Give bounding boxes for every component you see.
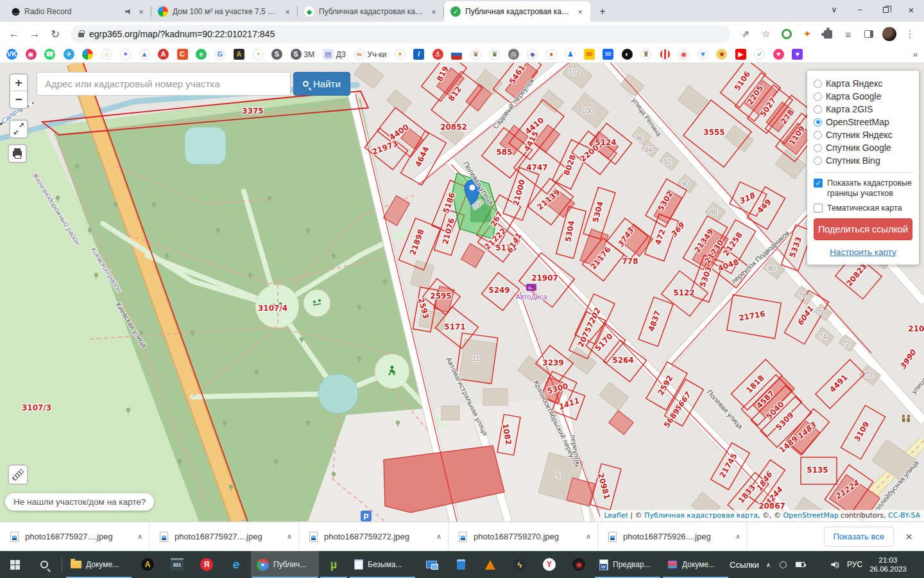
radio-icon[interactable] [814,105,822,114]
bookmark-google[interactable]: G [215,49,226,60]
bookmark-globe-3m[interactable]: S3M [291,49,315,60]
taskbar-chrome-button[interactable]: Публич... [251,551,319,578]
tray-battery-icon[interactable] [795,559,805,570]
browser-tab[interactable]: Дом 100 м² на участке 7,5 сот.× [151,1,298,22]
window-menu-chevron-icon[interactable]: ∨ [821,0,847,19]
extensions-puzzle-icon[interactable] [819,25,837,43]
new-tab-button[interactable]: + [594,3,611,20]
download-menu-chevron[interactable]: ∧ [287,532,292,541]
taskbar-calc-button[interactable] [446,551,475,578]
bookmark-photos-dz[interactable]: ▤ДЗ [323,49,346,60]
taskbar-winrar-button[interactable]: Докуме... [662,551,730,578]
zoom-in-button[interactable]: + [10,74,27,91]
language-indicator[interactable]: РУС [847,560,862,569]
bookmark-uchki[interactable]: ∞Уч-ки [354,49,387,60]
bookmark-red-bars[interactable] [660,49,671,60]
bookmark-tower[interactable]: ♜ [640,49,651,60]
fullscreen-button[interactable]: ↗ ↙ [9,119,28,139]
address-bar[interactable]: egrp365.org/map/?kadnum=90:22:010217:845 [71,25,730,43]
tab-close-icon[interactable]: × [575,6,585,17]
bookmark-shield-orange[interactable]: ♦ [546,49,557,60]
browser-tab[interactable]: ◡Radio Record× [5,1,151,22]
bookmark-emblem[interactable]: ✶ [395,49,406,60]
attribution-link[interactable]: OpenStreetMap [783,511,839,520]
checkbox-icon[interactable]: ✓ [814,179,823,188]
bookmark-flag-blue[interactable]: / [413,49,424,60]
taskbar-clock[interactable]: 21:03 26.06.2023 [869,556,907,574]
bookmark-box-purple[interactable]: ◈ [527,49,538,60]
tray-usb-icon[interactable] [778,559,788,570]
playlist-icon[interactable]: ≡ [839,25,857,43]
bookmarks-overflow-chevron[interactable]: » [913,49,918,59]
share-link-button[interactable]: Поделиться ссылкой [814,218,912,240]
bookmark-globe-s[interactable]: S [271,49,282,60]
taskbar-rdp-button[interactable] [416,551,446,578]
bookmark-dzen[interactable] [82,49,93,60]
checkbox-icon[interactable] [814,204,823,213]
print-button[interactable] [8,144,27,163]
extension-stamp-icon[interactable]: ✦ [798,25,816,43]
window-close-button[interactable]: × [898,0,924,19]
taskbar-mpc-button[interactable]: 321 [162,551,192,578]
tray-wifi-icon[interactable] [812,559,823,570]
forward-button[interactable]: → [26,25,44,43]
attribution-link[interactable]: Публичная кадастровая карта [644,511,758,520]
radio-icon[interactable] [814,80,822,88]
bookmark-check-green[interactable]: ✓ [754,49,765,60]
bookmark-navigator[interactable]: ▲ [139,49,150,60]
tab-close-icon[interactable]: × [429,6,439,17]
download-item[interactable]: photo168775926....jpeg ∧ [598,522,748,551]
download-item[interactable]: photo1687759270.jpeg ∧ [449,522,598,551]
layer-option-карта-2gis[interactable]: Карта 2GIS [814,103,912,116]
tray-volume-icon[interactable]: )) [830,559,840,570]
bookmark-globe-dark[interactable]: ◎ [508,49,519,60]
layer-option-спутник-bing[interactable]: Спутник Bing [814,154,912,167]
bookmark-coat-of-arms[interactable]: ♛ [470,49,481,60]
layer-option-спутник-google[interactable]: Спутник Google [814,141,912,154]
search-input[interactable] [37,72,291,96]
layer-option-карта-яндекс[interactable]: Карта Яндекс [814,77,912,90]
radio-icon[interactable] [814,144,822,152]
panel-checkbox-row[interactable]: ✓Показать кадастровые границы участков [814,178,912,199]
taskbar-yandex-red-button[interactable]: Я [192,551,221,578]
bookmark-map-pin-red[interactable]: ◉ [678,49,689,60]
bookmark-mail-ru[interactable]: ✉ [603,49,613,60]
map-canvas[interactable]: +-P 33753107/43107/381981254612085244002… [0,63,924,521]
bookmark-yandex-mail[interactable]: ✉ [584,49,595,60]
window-minimize-button[interactable]: – [847,0,873,19]
bookmark-evernote[interactable]: e [196,49,207,60]
configure-map-link[interactable]: Настроить карту [814,247,912,257]
search-button[interactable]: Найти [293,72,350,96]
bookmark-auto-ru[interactable]: A [158,49,169,60]
window-restore-button[interactable] [873,0,898,19]
taskbar-daemon-button[interactable]: ϟ [505,551,535,578]
radio-icon[interactable] [814,131,822,139]
download-menu-chevron[interactable]: ∧ [436,532,441,541]
bookmark-whatsapp[interactable]: ☎ [44,49,55,60]
tray-chevron-icon[interactable]: ∧ [766,561,771,568]
zoom-out-button[interactable]: − [10,91,27,108]
radio-icon[interactable] [814,92,822,101]
tab-close-icon[interactable]: × [282,6,293,17]
download-item[interactable]: photo168775927....jpeg ∧ [0,522,150,551]
tab-close-icon[interactable]: × [136,6,146,17]
bookmark-bw-circle[interactable]: ◐ [622,49,633,60]
attribution-link[interactable]: Leaflet [604,511,628,520]
taskbar-explorer-button[interactable]: Докуме... [65,551,133,578]
taskbar-vlc-button[interactable] [475,551,505,578]
extension-adblock-icon[interactable] [778,25,796,43]
bookmark-auction[interactable]: A [234,49,244,60]
panel-checkbox-row[interactable]: Тематическая карта [814,203,912,213]
taskbar-start-button[interactable] [0,551,30,578]
bookmark-sparkle[interactable]: ✦ [120,49,131,60]
bookmark-pie-chart[interactable]: ◔ [253,49,264,60]
sidebar-icon[interactable] [860,25,878,43]
bookmark-smart-home[interactable]: ⌂ [101,49,112,60]
bookmark-car-service[interactable]: C [177,49,188,60]
taskbar-search-button[interactable] [30,551,59,578]
bookmark-russian-flag[interactable] [451,49,462,60]
download-menu-chevron[interactable]: ∧ [137,532,142,541]
taskbar-guard-button[interactable]: ◉ [564,551,594,578]
layer-option-карта-google[interactable]: Карта Google [814,90,912,103]
menu-kebab-icon[interactable]: ⋮ [901,25,919,43]
